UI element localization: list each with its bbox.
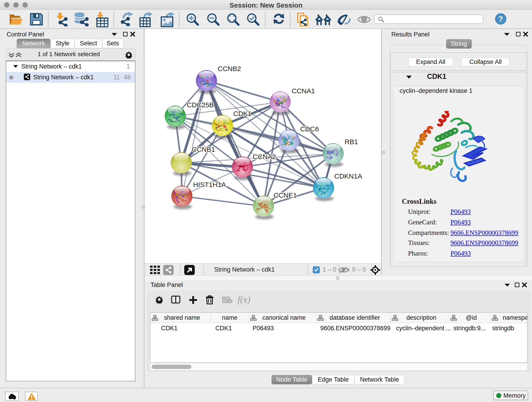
svg-text:CDKN1A: CDKN1A bbox=[334, 172, 362, 180]
svg-text:RB1: RB1 bbox=[345, 138, 358, 146]
svg-text:CDC25B: CDC25B bbox=[187, 101, 214, 109]
svg-text:CDC6: CDC6 bbox=[300, 125, 319, 133]
svg-text:CCNB1: CCNB1 bbox=[192, 146, 215, 153]
svg-text:CCNE1: CCNE1 bbox=[273, 191, 297, 199]
svg-text:CDK1: CDK1 bbox=[233, 110, 252, 117]
svg-text:HIST1H1A: HIST1H1A bbox=[193, 181, 226, 188]
svg-text:CCNA1: CCNA1 bbox=[292, 87, 315, 95]
svg-text:CCNA2: CCNA2 bbox=[253, 153, 276, 160]
svg-text:CCNB2: CCNB2 bbox=[218, 65, 241, 72]
